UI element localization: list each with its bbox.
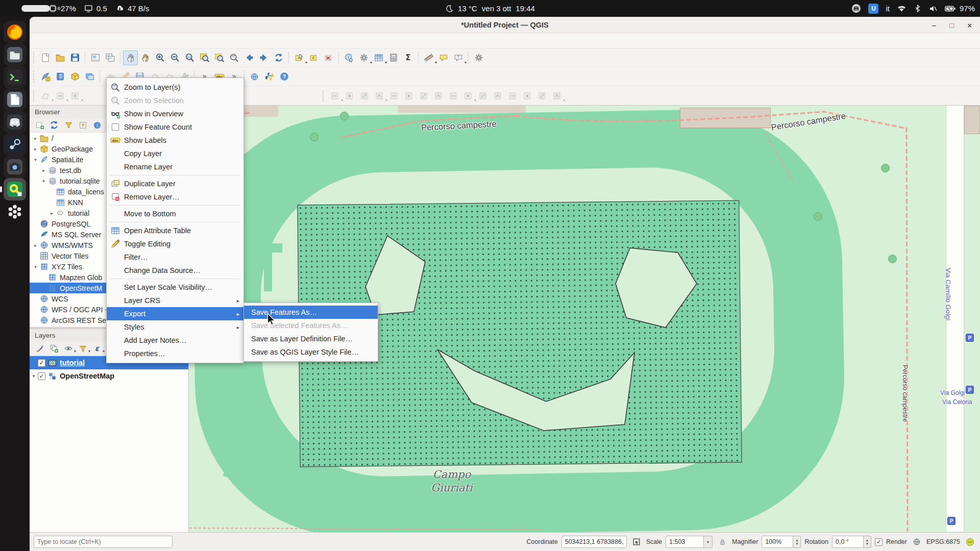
lock-scale-icon[interactable]	[716, 536, 728, 548]
rotate-feature-icon[interactable]	[357, 88, 372, 103]
terminal-dock-icon[interactable]	[4, 66, 26, 88]
layer-item-openstreetmap[interactable]: ▾ ✓ OpenStreetMap	[30, 369, 188, 383]
menubar-item[interactable]	[134, 39, 143, 43]
new-shapefile-layer-icon[interactable]	[53, 69, 67, 84]
menu-zoom-to-selection[interactable]: Zoom to Selection	[107, 94, 243, 107]
steam-dock-icon[interactable]	[4, 133, 26, 156]
new-print-layout-icon[interactable]	[88, 51, 103, 65]
digitize-with-curve-icon[interactable]: ▾	[38, 88, 53, 103]
workspace-pill[interactable]	[21, 5, 50, 12]
files-dock-icon[interactable]	[4, 43, 26, 66]
network-indicator[interactable]: 47 B/s	[115, 4, 150, 13]
filter-expression-icon[interactable]: ε▾	[91, 342, 103, 355]
pan-to-selection-icon[interactable]	[138, 51, 153, 65]
menubar-item[interactable]	[33, 39, 42, 43]
new-annotation-icon[interactable]: T▾	[451, 51, 465, 65]
dropdown-caret-icon[interactable]: ▾	[563, 98, 565, 103]
menu-set-layer-scale-visibility[interactable]: Set Layer Scale Visibility…	[107, 281, 243, 294]
menu-add-layer-notes[interactable]: Add Layer Notes…	[107, 334, 243, 347]
scale-dropdown-icon[interactable]: ▾	[704, 536, 713, 548]
reshape-features-icon[interactable]	[475, 88, 490, 103]
split-parts-icon[interactable]	[505, 88, 520, 103]
tree-expander[interactable]: ▾	[40, 179, 47, 184]
shield-tray-icon[interactable]: U	[868, 4, 878, 14]
discord-dock-icon[interactable]	[4, 111, 26, 133]
toolbar-handle[interactable]	[33, 90, 36, 102]
digitize-circle-icon[interactable]: ▾	[53, 88, 67, 103]
split-features-icon[interactable]	[490, 88, 505, 103]
screenshot-dock-icon[interactable]	[4, 156, 26, 178]
add-group-icon[interactable]	[48, 342, 60, 355]
layer-expander[interactable]: ▾	[30, 373, 38, 379]
tree-expander[interactable]: ▸	[32, 136, 39, 141]
new-spatialite-layer-icon[interactable]: *	[38, 69, 53, 84]
tree-expander[interactable]: ▾	[32, 264, 39, 269]
scale-input[interactable]	[666, 536, 704, 548]
dropdown-caret-icon[interactable]: ▾	[103, 349, 105, 354]
new-virtual-layer-icon[interactable]	[82, 69, 97, 84]
digitize-ellipse-icon[interactable]: ▾	[67, 88, 82, 103]
dropdown-caret-icon[interactable]: ▾	[74, 349, 76, 354]
menubar-item[interactable]	[88, 39, 97, 43]
layout-manager-icon[interactable]	[103, 51, 117, 65]
refresh-map-icon[interactable]	[271, 51, 286, 65]
measure-icon[interactable]: ▾	[421, 51, 436, 65]
open-project-icon[interactable]	[53, 51, 67, 65]
menubar-item[interactable]	[42, 39, 51, 43]
refresh-browser-icon[interactable]	[48, 119, 60, 131]
menu-zoom-to-layers[interactable]: Zoom to Layer(s)	[107, 81, 243, 94]
copy-move-feature-icon[interactable]	[342, 88, 357, 103]
render-checkbox[interactable]: ✓	[875, 538, 883, 546]
show-apps-dock-icon[interactable]	[4, 201, 26, 223]
zoom-to-selection-icon[interactable]	[212, 51, 227, 65]
magnifier-input[interactable]	[762, 536, 793, 548]
pan-map-icon[interactable]	[123, 51, 138, 65]
manage-visibility-icon[interactable]: ▾	[62, 342, 75, 355]
firefox-dock-icon[interactable]	[4, 21, 26, 43]
toolbar-handle[interactable]	[33, 52, 36, 63]
zoom-full-icon[interactable]	[197, 51, 212, 65]
filter-legend-icon[interactable]: ▾	[77, 342, 89, 355]
cpu-indicator[interactable]: 27%	[48, 4, 76, 13]
menu-show-feature-count[interactable]: Show Feature Count	[107, 120, 243, 134]
map-tips-icon[interactable]	[436, 51, 451, 65]
menu-layer-crs[interactable]: Layer CRS ▸	[107, 294, 243, 307]
collapse-all-icon[interactable]	[77, 119, 89, 131]
rotation-input[interactable]	[832, 536, 864, 548]
coordinate-input[interactable]	[561, 536, 627, 548]
menu-remove-layer[interactable]: Remove Layer…	[107, 190, 243, 204]
keyboard-layout-indicator[interactable]: it	[886, 4, 890, 13]
statistical-summary-icon[interactable]: Σ	[401, 51, 415, 65]
filter-browser-icon[interactable]	[62, 119, 75, 131]
add-part-icon[interactable]	[401, 88, 416, 103]
menubar-item[interactable]	[60, 39, 69, 43]
magnifier-spinner[interactable]: ▲▼	[762, 536, 801, 548]
menubar-item[interactable]	[125, 39, 134, 43]
tree-expander[interactable]: ▸	[32, 146, 39, 152]
title-bar[interactable]: *Untitled Project — QGIS – □ ×	[30, 17, 980, 33]
help-contents-icon[interactable]: ?	[277, 69, 291, 84]
open-attribute-table-icon[interactable]: ▾	[371, 51, 386, 65]
battery-indicator[interactable]: 97%	[945, 4, 975, 13]
submenu-save-as-layer-definition[interactable]: Save as Layer Definition File…	[244, 332, 378, 345]
clock-menu[interactable]: 13 °C ven 3 ott 19:44	[445, 4, 535, 13]
menu-duplicate-layer[interactable]: Duplicate Layer	[107, 177, 243, 190]
delete-ring-icon[interactable]	[431, 88, 446, 103]
toolbar-handle[interactable]	[33, 71, 36, 82]
simplify-feature-icon[interactable]: ▾	[372, 88, 386, 103]
field-calculator-icon[interactable]	[386, 51, 401, 65]
fill-ring-icon[interactable]	[416, 88, 431, 103]
zoom-to-layer-icon[interactable]	[227, 51, 241, 65]
minimize-button[interactable]: –	[932, 21, 936, 30]
metasearch-icon[interactable]	[247, 69, 262, 84]
menu-show-labels[interactable]: abc Show Labels	[107, 134, 243, 147]
crs-status[interactable]: EPSG:6875	[926, 538, 960, 545]
dropdown-caret-icon[interactable]: ▾	[81, 98, 83, 103]
discord-tray-icon[interactable]	[851, 4, 861, 13]
rotate-point-symbols-icon[interactable]	[534, 88, 549, 103]
select-features-icon[interactable]: ▾	[291, 51, 306, 65]
rotation-spinner[interactable]: ▲▼	[832, 536, 871, 548]
merge-features-icon[interactable]	[520, 88, 534, 103]
zoom-native-icon[interactable]: 1:1	[182, 51, 197, 65]
maximize-button[interactable]: □	[949, 21, 954, 30]
